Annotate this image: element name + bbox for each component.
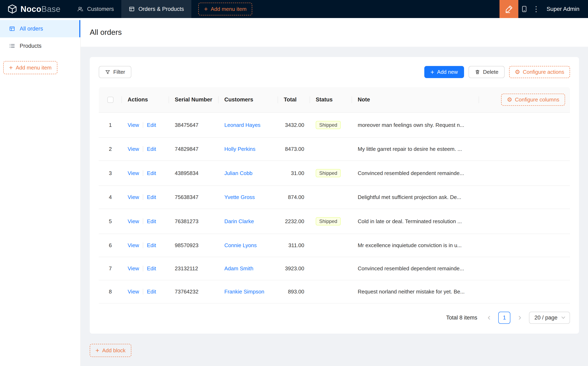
status-tag: Shipped [316, 217, 341, 225]
serial-cell: 38475647 [169, 113, 219, 137]
edit-link[interactable]: Edit [147, 242, 156, 248]
customer-link[interactable]: Connie Lyons [224, 242, 257, 248]
vertical-divider [143, 218, 143, 224]
row-index: 2 [99, 137, 122, 161]
edit-link[interactable]: Edit [147, 218, 156, 224]
sidebar-item-all-orders[interactable]: All orders [0, 20, 80, 37]
pagination-total: Total 8 items [446, 315, 477, 321]
note-cell: Mr excellence inquietude conviction is i… [352, 234, 479, 257]
customer-cell: Frankie Simpson [219, 280, 278, 303]
view-link[interactable]: View [128, 122, 139, 128]
table-row: 2 ViewEdit 74829847 Holly Perkins 8473.0… [99, 137, 570, 161]
sidebar-add-menu-item-button[interactable]: + Add menu item [3, 61, 57, 74]
customer-cell: Julian Cobb [219, 161, 278, 186]
customer-cell: Yvette Gross [219, 186, 278, 209]
column-header-total: Total [278, 87, 310, 113]
row-actions-cell: ViewEdit [122, 209, 169, 234]
view-link[interactable]: View [128, 242, 139, 248]
navbar-add-menu-item-button[interactable]: + Add menu item [198, 3, 252, 15]
customer-link[interactable]: Yvette Gross [224, 194, 255, 200]
configure-columns-button[interactable]: ⚙ Configure columns [501, 94, 565, 106]
chevron-left-icon: ‹ [488, 312, 490, 322]
more-menu-button[interactable]: ⋮ [530, 0, 542, 18]
mobile-preview-button[interactable] [518, 0, 530, 18]
status-cell [310, 137, 352, 161]
status-cell: Shipped [310, 113, 352, 137]
table-toolbar: Filter + Add new Delete [99, 66, 570, 78]
nav-tab-label: Orders & Products [138, 6, 184, 12]
add-block-button[interactable]: + Add block [90, 344, 131, 357]
row-index: 7 [99, 257, 122, 280]
vertical-divider [143, 289, 143, 295]
edit-link[interactable]: Edit [147, 194, 156, 200]
view-link[interactable]: View [128, 194, 139, 200]
nav-tab-customers[interactable]: Customers [70, 0, 121, 18]
edit-link[interactable]: Edit [147, 122, 156, 128]
total-cell: 31.00 [278, 161, 310, 186]
gear-icon: ⚙ [515, 69, 520, 75]
sidebar: All orders Products + Add menu item [0, 18, 81, 366]
customer-link[interactable]: Frankie Simpson [224, 289, 264, 295]
edit-link[interactable]: Edit [147, 289, 156, 295]
row-index: 4 [99, 186, 122, 209]
customer-link[interactable]: Darin Clarke [224, 218, 254, 224]
chevron-down-icon [561, 315, 565, 319]
nocobase-logo[interactable]: NocoBase [0, 0, 68, 18]
view-link[interactable]: View [128, 146, 139, 152]
table-row: 5 ViewEdit 76381273 Darin Clarke 2232.00… [99, 209, 570, 234]
note-cell: moreover man feelings own shy. Request n… [352, 113, 479, 137]
row-actions-cell: ViewEdit [122, 186, 169, 209]
vertical-divider [143, 194, 143, 200]
status-cell [310, 280, 352, 303]
highlighter-icon [505, 5, 513, 13]
sidebar-item-label: All orders [20, 26, 43, 32]
row-actions-cell: ViewEdit [122, 161, 169, 186]
configure-actions-button[interactable]: ⚙ Configure actions [509, 66, 570, 78]
page-size-select[interactable]: 20 / page [529, 312, 570, 324]
edit-link[interactable]: Edit [147, 170, 156, 176]
delete-button[interactable]: Delete [468, 66, 505, 78]
user-menu[interactable]: Super Admin [542, 6, 588, 12]
add-new-button[interactable]: + Add new [424, 66, 464, 78]
status-cell: Shipped [310, 209, 352, 234]
page-title: All orders [90, 28, 122, 37]
table-row: 3 ViewEdit 43895834 Julian Cobb 31.00 Sh… [99, 161, 570, 186]
view-link[interactable]: View [128, 265, 139, 272]
nav-tab-orders-products[interactable]: Orders & Products [121, 0, 191, 18]
row-index: 3 [99, 161, 122, 186]
serial-cell: 73764232 [169, 280, 219, 303]
customer-link[interactable]: Adam Smith [224, 265, 253, 272]
customer-cell: Connie Lyons [219, 234, 278, 257]
select-all-checkbox[interactable] [107, 97, 113, 103]
column-header-serial-number: Serial Number [169, 87, 219, 113]
pagination-prev-button[interactable]: ‹ [483, 312, 495, 324]
note-cell: Delightful met sufficient projection ask… [352, 186, 479, 209]
edit-link[interactable]: Edit [147, 146, 156, 152]
total-cell: 2232.00 [278, 209, 310, 234]
status-cell [310, 234, 352, 257]
serial-cell: 74829847 [169, 137, 219, 161]
column-header-customers: Customers [219, 87, 278, 113]
row-index: 6 [99, 234, 122, 257]
pagination-page-1[interactable]: 1 [498, 312, 510, 324]
plus-icon: + [96, 347, 99, 354]
row-actions-cell: ViewEdit [122, 137, 169, 161]
customer-link[interactable]: Leonard Hayes [224, 122, 260, 128]
tablet-icon [520, 5, 528, 13]
total-cell: 311.00 [278, 234, 310, 257]
table-row: 6 ViewEdit 98570923 Connie Lyons 311.00 … [99, 234, 570, 257]
customer-link[interactable]: Holly Perkins [224, 146, 256, 152]
orders-table: Actions Serial Number Customers Total St… [99, 87, 570, 304]
edit-link[interactable]: Edit [147, 265, 156, 272]
customer-link[interactable]: Julian Cobb [224, 170, 252, 176]
view-link[interactable]: View [128, 289, 139, 295]
pagination-next-button[interactable]: › [514, 312, 526, 324]
sidebar-item-products[interactable]: Products [0, 37, 80, 54]
column-header-status: Status [310, 87, 352, 113]
customer-cell: Adam Smith [219, 257, 278, 280]
status-cell: Shipped [310, 161, 352, 186]
view-link[interactable]: View [128, 170, 139, 176]
view-link[interactable]: View [128, 218, 139, 224]
filter-button[interactable]: Filter [99, 66, 131, 78]
ui-editor-button[interactable] [499, 0, 518, 18]
